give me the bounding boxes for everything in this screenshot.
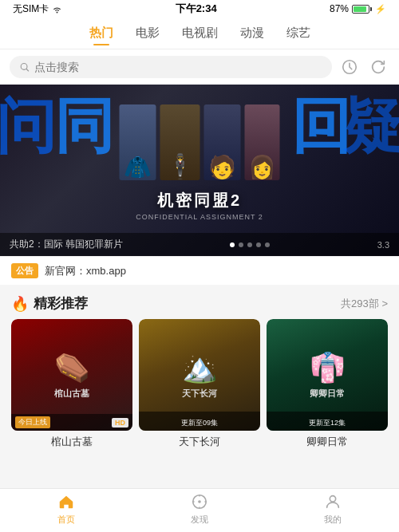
svg-point-9 <box>330 496 335 502</box>
home-tab-icon <box>57 492 76 511</box>
battery-percent: 87% <box>330 3 349 14</box>
banner-date: 3.3 <box>377 240 389 250</box>
tab-discover-label: 发现 <box>191 514 208 526</box>
wifi-icon <box>52 5 62 14</box>
dot-5 <box>265 242 270 247</box>
dot-2 <box>239 242 243 247</box>
badge-today-1: 今日上线 <box>15 416 50 428</box>
dot-4 <box>256 242 261 247</box>
movie-thumb-1: ⚰️ 棺山古墓 今日上线 HD <box>11 319 132 431</box>
svg-point-4 <box>198 500 201 503</box>
movie-title-1: 棺山古墓 <box>11 435 132 449</box>
announcement-badge: 公告 <box>11 263 38 278</box>
movie-card-2[interactable]: 🏔️ 天下长河 更新至09集 天下长河 <box>139 319 260 449</box>
main-content: 🔥 精彩推荐 共293部 > ⚰️ 棺山古墓 今日上线 HD 棺山古墓 <box>0 285 399 502</box>
status-right: 87% ⚡ <box>330 3 386 14</box>
movie-card-3[interactable]: 👘 卿卿日常 更新至12集 卿卿日常 <box>267 319 388 449</box>
announcement-text: 新官网：xmb.app <box>45 264 126 278</box>
figure-2: 🕴️ <box>160 104 200 180</box>
banner-char-left: 同 <box>54 97 114 156</box>
banner-title-cn: 机密同盟2 <box>0 190 399 211</box>
tab-home-label: 首页 <box>57 514 75 526</box>
figure-4: 👩 <box>245 104 280 180</box>
banner-char-far-right: 疑 <box>343 97 399 156</box>
dot-1 <box>230 242 235 247</box>
badge-update-3: 更新至12集 <box>309 419 346 427</box>
banner-figures: 🧥 🕴️ 🧑 👩 <box>120 104 280 180</box>
tab-anime[interactable]: 动漫 <box>240 22 264 44</box>
tab-hot[interactable]: 热门 <box>89 22 113 44</box>
movie-grid: ⚰️ 棺山古墓 今日上线 HD 棺山古墓 🏔️ 天下长河 更新至09集 <box>0 319 399 459</box>
refresh-icon[interactable] <box>367 56 389 78</box>
announcement-bar: 公告 新官网：xmb.app <box>0 256 399 285</box>
movie-title-3: 卿卿日常 <box>267 435 388 449</box>
status-bar: 无SIM卡 下午2:34 87% ⚡ <box>0 0 399 18</box>
tab-tv[interactable]: 电视剧 <box>182 22 218 44</box>
compass-tab-icon <box>190 492 209 511</box>
fire-icon: 🔥 <box>11 295 29 313</box>
section-title-text: 精彩推荐 <box>34 294 88 313</box>
status-left: 无SIM卡 <box>13 2 62 16</box>
tab-home[interactable]: 首页 <box>0 492 133 529</box>
nav-tabs: 热门 电影 电视剧 动漫 综艺 <box>0 18 399 49</box>
banner-char-right: 回 <box>291 97 351 156</box>
carrier-text: 无SIM卡 <box>13 2 49 16</box>
svg-line-1 <box>26 69 28 70</box>
search-input-wrap[interactable] <box>10 56 332 78</box>
charging-icon: ⚡ <box>375 4 386 14</box>
banner-subtitle: 共助2：国际 韩国犯罪新片 <box>10 238 123 251</box>
banner[interactable]: 问 同 回 疑 🧥 🕴️ 🧑 👩 机密同盟2 CONFIDENTIAL ASSI… <box>0 85 399 256</box>
battery-icon <box>352 5 372 14</box>
movie-card-1[interactable]: ⚰️ 棺山古墓 今日上线 HD 棺山古墓 <box>11 319 132 449</box>
banner-char-far-left: 问 <box>0 97 56 156</box>
badge-hd-1: HD <box>112 418 128 428</box>
banner-title-area: 机密同盟2 CONFIDENTIAL ASSIGNMENT 2 <box>0 190 399 221</box>
tab-discover[interactable]: 发现 <box>133 492 267 529</box>
search-icon <box>19 61 30 73</box>
banner-title-en: CONFIDENTIAL ASSIGNMENT 2 <box>0 213 399 221</box>
banner-dots <box>230 242 270 247</box>
tab-variety[interactable]: 综艺 <box>286 22 310 44</box>
movie-title-2: 天下长河 <box>139 435 260 449</box>
tab-mine-label: 我的 <box>324 514 342 526</box>
tab-mine[interactable]: 我的 <box>266 492 399 529</box>
search-bar <box>0 49 399 85</box>
person-tab-icon <box>323 492 342 511</box>
search-actions <box>338 56 389 78</box>
badge-update-2: 更新至09集 <box>181 419 218 427</box>
figure-3: 🧑 <box>204 104 241 180</box>
section-title: 🔥 精彩推荐 <box>11 294 88 313</box>
dot-3 <box>247 242 252 247</box>
history-icon[interactable] <box>338 56 361 78</box>
bottom-tab-bar: 首页 发现 我的 <box>0 488 399 532</box>
search-input[interactable] <box>34 61 322 73</box>
section-more[interactable]: 共293部 > <box>341 297 388 311</box>
figure-1: 🧥 <box>120 104 156 180</box>
movie-thumb-3: 👘 卿卿日常 更新至12集 <box>267 319 388 431</box>
section-header: 🔥 精彩推荐 共293部 > <box>0 285 399 319</box>
tab-movie[interactable]: 电影 <box>136 22 160 44</box>
movie-thumb-2: 🏔️ 天下长河 更新至09集 <box>139 319 260 431</box>
status-time: 下午2:34 <box>176 2 217 16</box>
banner-bottom: 共助2：国际 韩国犯罪新片 3.3 <box>0 233 399 256</box>
